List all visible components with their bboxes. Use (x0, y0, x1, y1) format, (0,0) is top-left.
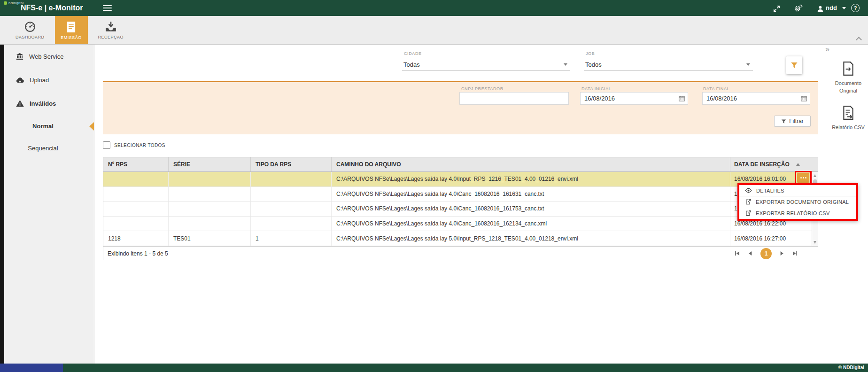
tab-emissao[interactable]: EMISSÃO (55, 16, 88, 44)
collapse-panel-icon[interactable]: » (825, 45, 829, 54)
filtrar-button-label: Filtrar (789, 118, 804, 124)
column-header-caminho[interactable]: CAMINHO DO ARQUIVO (332, 157, 730, 171)
cell-tipo (251, 217, 332, 231)
next-page-icon[interactable] (779, 250, 785, 256)
cell-rps (103, 202, 169, 216)
top-bar: nddigital NFS-e | e-Monitor ndd ? (0, 0, 868, 16)
table-row[interactable]: C:\ARQUIVOS NFSe\Lages\Lages saída lay 4… (103, 172, 818, 187)
user-menu[interactable]: ndd (826, 0, 837, 16)
paging-info: Exibindo itens 1 - 5 de 5 (108, 250, 168, 257)
sidebar-item-invalidos[interactable]: Inválidos (4, 92, 94, 115)
sidebar-item-label: Upload (30, 77, 49, 84)
cell-serie (169, 172, 251, 186)
ndd-logo-mark (4, 1, 7, 5)
cell-caminho: C:\ARQUIVOS NFSe\Lages\Lages saída lay 4… (332, 217, 730, 231)
cell-tipo (251, 172, 332, 186)
sidebar-item-normal[interactable]: Normal (4, 115, 94, 137)
tab-emissao-label: EMISSÃO (61, 35, 82, 40)
bank-icon (16, 52, 24, 61)
menu-item-label: EXPORTAR RELATÓRIO CSV (756, 210, 830, 216)
module-toolbar: DASHBOARD EMISSÃO RECEPÇÃO (0, 16, 868, 45)
data-inicial-label: DATA INICIAL (581, 86, 611, 91)
document-icon (66, 21, 77, 33)
column-header-serie[interactable]: SÉRIE (169, 157, 251, 171)
scroll-down-icon[interactable] (814, 241, 816, 244)
footer-left-accent (0, 364, 63, 372)
data-final-input[interactable] (702, 92, 810, 105)
sidebar: Web Service Upload Inválidos Normal Sequ… (4, 45, 94, 364)
cell-serie (169, 202, 251, 216)
cell-tipo (251, 202, 332, 216)
filtrar-button[interactable]: Filtrar (774, 116, 811, 127)
job-label: JOB (586, 51, 595, 56)
documento-original-action[interactable]: Documento Original (829, 61, 867, 94)
help-icon[interactable]: ? (851, 4, 860, 12)
menu-item-exportar-relatorio-csv[interactable]: EXPORTAR RELATÓRIO CSV (739, 208, 856, 219)
scroll-up-icon[interactable] (814, 174, 816, 177)
filter-funnel-icon (790, 62, 798, 69)
copyright-text: © NDDigital (838, 364, 864, 372)
menu-item-exportar-documento-original[interactable]: EXPORTAR DOCUMENTO ORIGINAL (739, 196, 856, 208)
data-final-label: DATA FINAL (703, 86, 729, 91)
column-header-data-insercao[interactable]: DATA DE INSERÇÃO (730, 157, 818, 171)
select-all-label: SELECIONAR TODOS (114, 143, 165, 148)
user-icon[interactable] (815, 4, 825, 13)
last-page-icon[interactable] (792, 250, 798, 256)
table-row[interactable]: C:\ARQUIVOS NFSe\Lages\Lages saída lay 4… (103, 202, 818, 217)
settings-gears-icon[interactable] (794, 4, 803, 13)
export-document-icon (841, 61, 855, 76)
hamburger-menu-icon[interactable] (103, 5, 112, 11)
active-item-marker (89, 122, 94, 131)
row-context-menu: DETALHES EXPORTAR DOCUMENTO ORIGINAL EXP… (737, 183, 858, 221)
left-rail (0, 45, 4, 364)
cell-caminho: C:\ARQUIVOS NFSe\Lages\Lages saída lay 4… (332, 202, 730, 216)
select-all-checkbox[interactable] (103, 141, 110, 149)
relatorio-csv-action[interactable]: Relatório CSV (829, 105, 867, 131)
cell-caminho: C:\ARQUIVOS NFSe\Lages\Lages saída lay 4… (332, 172, 730, 186)
sidebar-item-label: Sequencial (28, 145, 58, 152)
cell-rps: 1218 (103, 231, 169, 246)
toggle-filters-button[interactable] (786, 56, 802, 74)
cidade-select-value: Todas (403, 61, 420, 68)
sidebar-item-web-service[interactable]: Web Service (4, 45, 94, 68)
cell-serie (169, 187, 251, 202)
calendar-icon[interactable] (678, 95, 685, 102)
documento-original-label: Documento Original (829, 79, 867, 94)
table-row[interactable]: C:\ARQUIVOS NFSe\Lages\Lages saída lay 4… (103, 217, 818, 232)
cell-tipo (251, 187, 332, 202)
sidebar-item-upload[interactable]: Upload (4, 68, 94, 92)
cell-rps (103, 172, 169, 186)
first-page-icon[interactable] (734, 250, 740, 256)
menu-item-label: EXPORTAR DOCUMENTO ORIGINAL (756, 199, 849, 205)
inbox-download-icon (105, 21, 117, 33)
cell-serie (169, 217, 251, 231)
cidade-select[interactable]: Todas (402, 58, 570, 71)
results-table: Nº RPS SÉRIE TIPO DA RPS CAMINHO DO ARQU… (103, 157, 818, 260)
menu-item-detalhes[interactable]: DETALHES (739, 185, 856, 196)
user-caret-down-icon[interactable] (842, 7, 846, 9)
menu-item-label: DETALHES (756, 188, 784, 194)
table-row[interactable]: C:\ARQUIVOS NFSe\Lages\Lages saída lay 4… (103, 187, 818, 202)
job-select[interactable]: Todos (584, 58, 753, 71)
table-footer: Exibindo itens 1 - 5 de 5 1 (103, 246, 818, 261)
data-inicial-input[interactable] (580, 92, 688, 105)
sidebar-item-sequencial[interactable]: Sequencial (4, 137, 94, 159)
previous-page-icon[interactable] (747, 250, 753, 256)
column-header-rps[interactable]: Nº RPS (103, 157, 169, 171)
calendar-icon[interactable] (800, 95, 807, 102)
table-row[interactable]: 1218 TES01 1 C:\ARQUIVOS NFSe\Lages\Lage… (103, 231, 818, 246)
sidebar-item-label: Normal (32, 123, 54, 130)
pagination: 1 (734, 248, 798, 259)
cell-rps (103, 187, 169, 202)
export-icon (745, 199, 752, 205)
expand-icon[interactable] (772, 4, 781, 13)
column-header-tipo[interactable]: TIPO DA RPS (251, 157, 332, 171)
tab-dashboard[interactable]: DASHBOARD (11, 16, 49, 44)
row-actions-button[interactable] (797, 173, 809, 183)
footer-bar: © NDDigital (0, 364, 868, 372)
tab-recepcao-label: RECEPÇÃO (98, 35, 124, 39)
tab-recepcao[interactable]: RECEPÇÃO (94, 16, 128, 44)
cnpj-input[interactable] (459, 92, 569, 105)
current-page-button[interactable]: 1 (760, 248, 772, 259)
relatorio-csv-label: Relatório CSV (832, 124, 865, 131)
